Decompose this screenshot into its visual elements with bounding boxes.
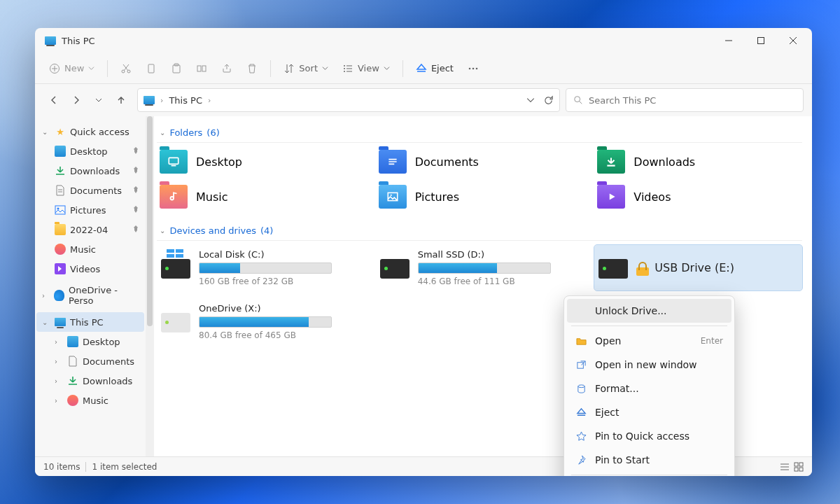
folder-downloads[interactable]: Downloads (594, 147, 802, 176)
folder-icon (160, 185, 188, 209)
folder-music[interactable]: Music (157, 182, 365, 211)
section-folders[interactable]: ⌄Folders (6) (157, 123, 802, 143)
folder-videos[interactable]: Videos (594, 182, 802, 211)
context-open-new-window[interactable]: Open in new window (567, 353, 732, 377)
folder-desktop[interactable]: Desktop (157, 147, 365, 176)
sidebar-pc-music[interactable]: ›Music (36, 391, 144, 410)
pin-icon (132, 146, 140, 157)
svg-point-15 (575, 97, 580, 102)
star-icon (575, 431, 587, 442)
sidebar-onedrive[interactable]: ›OneDrive - Perso (36, 286, 144, 305)
folder-icon (55, 224, 66, 235)
drive-onedrive-x[interactable]: OneDrive (X:) 80.4 GB free of 465 GB (157, 299, 365, 344)
music-icon (67, 395, 78, 406)
delete-button[interactable] (241, 57, 263, 80)
more-button[interactable] (462, 57, 484, 80)
folder-documents[interactable]: Documents (376, 147, 584, 176)
sidebar: ⌄★Quick access Desktop Downloads Documen… (35, 116, 154, 456)
pin-icon (575, 455, 587, 465)
details-view-icon[interactable] (780, 462, 790, 472)
refresh-icon[interactable] (543, 95, 554, 106)
drive-icon (380, 259, 410, 279)
svg-point-13 (472, 67, 475, 69)
picture-icon (55, 204, 66, 216)
chevron-right-icon: › (208, 96, 211, 105)
sidebar-item-downloads[interactable]: Downloads (36, 161, 144, 181)
cut-button[interactable] (115, 57, 137, 80)
this-pc-icon (55, 318, 66, 326)
view-button[interactable]: View (337, 57, 396, 80)
open-external-icon (575, 360, 587, 370)
copy-button[interactable] (140, 57, 162, 80)
sidebar-quick-access[interactable]: ⌄★Quick access (36, 122, 144, 141)
new-button[interactable]: New (43, 57, 100, 80)
svg-point-20 (390, 195, 391, 196)
sidebar-item-2022-04[interactable]: 2022-04 (36, 220, 144, 239)
document-icon (67, 356, 78, 367)
this-pc-icon (45, 36, 56, 45)
up-button[interactable] (111, 90, 132, 111)
chevron-right-icon: › (160, 96, 163, 105)
folder-icon (597, 150, 625, 174)
paste-button[interactable] (165, 57, 188, 80)
sidebar-item-videos[interactable]: Videos (36, 259, 144, 279)
svg-rect-16 (55, 206, 65, 214)
status-selected: 1 item selected (92, 462, 157, 472)
context-format[interactable]: Format... (567, 377, 732, 400)
context-open[interactable]: OpenEnter (567, 329, 732, 353)
drive-local-c[interactable]: Local Disk (C:) 160 GB free of 232 GB (157, 245, 365, 290)
svg-rect-5 (173, 65, 180, 73)
drive-icon (161, 313, 190, 332)
context-pin-quick-access[interactable]: Pin to Quick access (567, 424, 732, 448)
maximize-button[interactable] (745, 29, 777, 52)
drive-icon (161, 259, 190, 279)
document-icon (55, 185, 66, 196)
context-unlock-drive[interactable]: Unlock Drive... (567, 299, 732, 323)
toolbar: New Sort View Eject (35, 53, 812, 84)
forward-button[interactable] (66, 90, 87, 111)
share-button[interactable] (216, 57, 238, 80)
download-icon (55, 165, 66, 176)
svg-point-26 (578, 384, 584, 387)
close-button[interactable] (777, 29, 809, 52)
back-button[interactable] (43, 90, 64, 111)
search-input[interactable] (566, 88, 804, 112)
sort-button[interactable]: Sort (278, 57, 334, 80)
sidebar-pc-documents[interactable]: ›Documents (36, 351, 144, 371)
sidebar-item-desktop[interactable]: Desktop (36, 141, 144, 161)
recent-button[interactable] (88, 90, 109, 111)
titlebar: This PC (35, 28, 812, 53)
drive-small-ssd-d[interactable]: Small SSD (D:) 44.6 GB free of 111 GB (376, 245, 584, 290)
pin-icon (132, 225, 140, 235)
sidebar-this-pc[interactable]: ⌄This PC (36, 312, 144, 332)
pin-icon (132, 205, 140, 216)
minimize-button[interactable] (713, 29, 745, 52)
desktop-icon (55, 146, 66, 157)
sidebar-pc-downloads[interactable]: ›Downloads (36, 371, 144, 391)
context-eject[interactable]: Eject (567, 400, 732, 424)
drive-icon (598, 259, 628, 279)
breadcrumb-this-pc[interactable]: This PC (169, 95, 202, 106)
search-field[interactable] (589, 95, 796, 106)
folder-pictures[interactable]: Pictures (376, 182, 584, 211)
rename-button[interactable] (190, 57, 213, 80)
svg-rect-18 (169, 158, 178, 164)
music-icon (55, 244, 66, 255)
section-devices[interactable]: ⌄Devices and drives (4) (157, 221, 802, 241)
chevron-down-icon[interactable] (526, 96, 535, 104)
sidebar-pc-desktop[interactable]: ›Desktop (36, 332, 144, 351)
sidebar-item-documents[interactable]: Documents (36, 181, 144, 200)
drive-usb-e[interactable]: USB Drive (E:) (594, 245, 802, 290)
svg-rect-25 (577, 362, 582, 368)
tiles-view-icon[interactable] (794, 462, 804, 472)
folder-icon (160, 150, 188, 174)
eject-button[interactable]: Eject (410, 57, 459, 80)
pin-icon (132, 166, 140, 176)
sidebar-scrollbar[interactable] (146, 116, 154, 456)
context-pin-start[interactable]: Pin to Start (567, 448, 732, 472)
lock-icon (636, 262, 649, 276)
status-item-count: 10 items (43, 462, 80, 472)
sidebar-item-pictures[interactable]: Pictures (36, 200, 144, 220)
sidebar-item-music[interactable]: Music (36, 239, 144, 259)
address-bar[interactable]: › This PC › (137, 88, 560, 112)
